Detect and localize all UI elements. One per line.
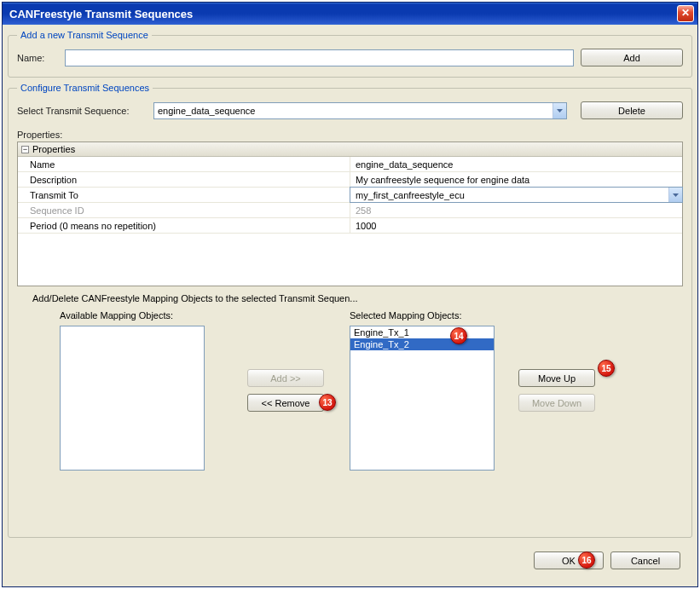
configure-legend: Configure Transmit Sequences [17,83,153,93]
available-label: Available Mapping Objects: [60,310,205,320]
property-value-cell[interactable] [350,187,683,203]
property-key: Transmit To [18,188,350,202]
collapse-icon[interactable]: − [21,146,29,153]
property-key: Name [18,157,350,171]
list-item[interactable]: Engine_Tx_2 [350,338,494,350]
selected-label: Selected Mapping Objects: [350,310,495,320]
add-sequence-legend: Add a new Transmit Sequence [17,30,152,40]
list-item[interactable]: Engine_Tx_1 [350,326,494,338]
select-sequence-value: engine_data_sequence [154,106,552,116]
close-button[interactable]: ✕ [677,5,694,22]
property-value-cell[interactable] [350,157,682,171]
properties-label: Properties: [17,130,683,140]
close-icon: ✕ [681,7,690,19]
add-mapping-button[interactable]: Add >> [247,369,324,387]
property-row: Name [18,157,682,172]
delete-button[interactable]: Delete [581,101,683,119]
property-value-input[interactable] [354,173,679,186]
move-down-button[interactable]: Move Down [518,394,595,412]
properties-empty-area [18,234,682,286]
cancel-button[interactable]: Cancel [610,551,680,569]
property-value-cell[interactable] [350,218,682,233]
callout-15: 15 [598,360,615,377]
configure-group: Configure Transmit Sequences Select Tran… [8,83,692,538]
property-row: Period (0 means no repetition) [18,218,682,234]
mapping-title: Add/Delete CANFreestyle Mapping Objects … [32,293,683,303]
titlebar: CANFreestyle Transmit Sequences ✕ [3,3,697,25]
property-key: Description [18,172,350,187]
property-value-cell[interactable] [350,172,682,187]
properties-header-label: Properties [32,144,75,154]
chevron-down-icon[interactable] [668,188,682,202]
add-button[interactable]: Add [581,49,683,66]
remove-mapping-button[interactable]: << Remove [247,394,324,412]
property-row: Sequence ID [18,203,682,218]
available-listbox[interactable] [60,326,205,471]
dialog-footer: OK 16 Cancel [8,543,692,581]
property-key: Sequence ID [18,203,350,217]
property-value-input[interactable] [354,158,679,170]
properties-grid: − Properties NameDescriptionTransmit ToS… [17,141,683,286]
add-sequence-group: Add a new Transmit Sequence Name: Add [8,30,692,78]
ok-button[interactable]: OK [534,551,604,569]
property-key: Period (0 means no repetition) [18,218,350,233]
move-up-button[interactable]: Move Up [518,369,595,387]
property-row: Transmit To [18,188,682,203]
property-value-input[interactable] [354,219,679,232]
select-sequence-dropdown[interactable]: engine_data_sequence [153,102,567,119]
properties-header[interactable]: − Properties [18,142,682,157]
property-value-cell [350,203,682,217]
property-row: Description [18,172,682,188]
selected-column: Selected Mapping Objects: Engine_Tx_1Eng… [350,310,495,471]
name-label: Name: [17,53,58,63]
properties-rows: NameDescriptionTransmit ToSequence IDPer… [18,157,682,234]
chevron-down-icon [552,103,566,118]
selected-listbox[interactable]: Engine_Tx_1Engine_Tx_2 [350,326,495,471]
mapping-area: Add/Delete CANFreestyle Mapping Objects … [17,290,683,471]
property-value-input[interactable] [354,188,679,201]
property-value-input [354,204,679,217]
dialog-window: CANFreestyle Transmit Sequences ✕ Add a … [2,2,698,587]
select-sequence-label: Select Transmit Sequence: [17,106,147,116]
window-title: CANFreestyle Transmit Sequences [9,8,677,20]
name-input[interactable] [65,49,574,66]
available-column: Available Mapping Objects: [60,310,205,471]
content-area: Add a new Transmit Sequence Name: Add Co… [3,25,697,586]
